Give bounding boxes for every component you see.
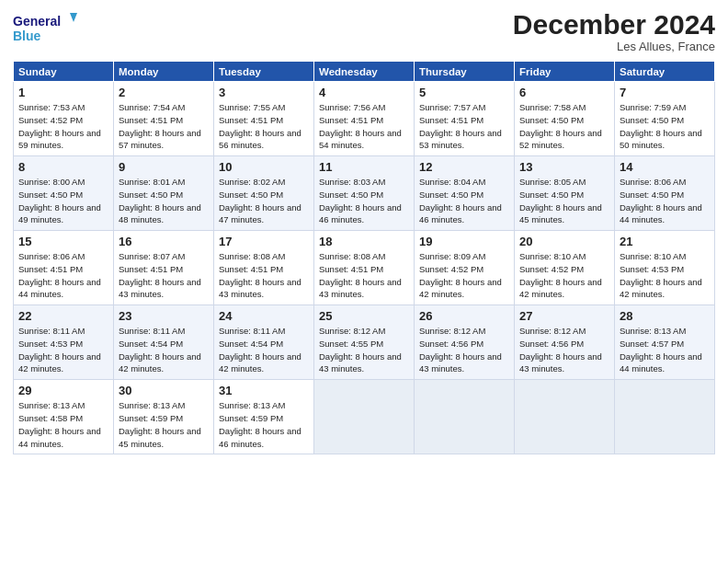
day-info: Sunrise: 7:55 AMSunset: 4:51 PMDaylight:… <box>219 102 301 150</box>
table-cell: 15 Sunrise: 8:06 AMSunset: 4:51 PMDaylig… <box>14 231 114 305</box>
day-number: 6 <box>519 86 610 99</box>
day-number: 10 <box>219 160 310 174</box>
day-number: 15 <box>18 235 109 248</box>
table-cell: 13 Sunrise: 8:05 AMSunset: 4:50 PMDaylig… <box>515 156 615 231</box>
day-number: 12 <box>419 160 510 174</box>
calendar-table: Sunday Monday Tuesday Wednesday Thursday… <box>13 61 715 454</box>
table-cell: 24 Sunrise: 8:11 AMSunset: 4:54 PMDaylig… <box>214 305 314 380</box>
day-info: Sunrise: 8:13 AMSunset: 4:58 PMDaylight:… <box>18 400 101 448</box>
day-number: 16 <box>119 235 210 248</box>
svg-text:General: General <box>13 14 61 29</box>
table-cell: 9 Sunrise: 8:01 AMSunset: 4:50 PMDayligh… <box>114 156 214 231</box>
svg-marker-2 <box>70 13 77 22</box>
table-cell: 1 Sunrise: 7:53 AMSunset: 4:52 PMDayligh… <box>14 82 114 156</box>
col-sunday: Sunday <box>14 62 114 82</box>
table-cell: 25 Sunrise: 8:12 AMSunset: 4:55 PMDaylig… <box>314 305 415 380</box>
table-cell: 8 Sunrise: 8:00 AMSunset: 4:50 PMDayligh… <box>14 156 114 231</box>
day-info: Sunrise: 7:57 AMSunset: 4:51 PMDaylight:… <box>419 102 502 150</box>
table-cell <box>314 380 415 454</box>
day-info: Sunrise: 8:13 AMSunset: 4:57 PMDaylight:… <box>620 326 702 373</box>
day-number: 7 <box>620 86 711 99</box>
table-cell: 23 Sunrise: 8:11 AMSunset: 4:54 PMDaylig… <box>114 305 214 380</box>
day-info: Sunrise: 8:02 AMSunset: 4:50 PMDaylight:… <box>219 177 301 224</box>
location: Les Allues, France <box>513 40 715 53</box>
logo: General Blue <box>13 9 77 46</box>
table-cell: 12 Sunrise: 8:04 AMSunset: 4:50 PMDaylig… <box>415 156 515 231</box>
day-number: 13 <box>519 160 610 174</box>
day-info: Sunrise: 7:56 AMSunset: 4:51 PMDaylight:… <box>319 102 402 150</box>
day-info: Sunrise: 8:08 AMSunset: 4:51 PMDaylight:… <box>319 251 402 299</box>
title-block: December 2024 Les Allues, France <box>513 9 715 53</box>
day-info: Sunrise: 8:08 AMSunset: 4:51 PMDaylight:… <box>219 251 301 299</box>
day-info: Sunrise: 8:13 AMSunset: 4:59 PMDaylight:… <box>219 400 301 448</box>
day-number: 2 <box>119 86 210 99</box>
calendar-row: 22 Sunrise: 8:11 AMSunset: 4:53 PMDaylig… <box>14 305 715 380</box>
day-info: Sunrise: 7:53 AMSunset: 4:52 PMDaylight:… <box>18 102 101 150</box>
col-thursday: Thursday <box>415 62 515 82</box>
day-info: Sunrise: 8:06 AMSunset: 4:51 PMDaylight:… <box>18 251 101 299</box>
calendar-row: 1 Sunrise: 7:53 AMSunset: 4:52 PMDayligh… <box>14 82 715 156</box>
day-info: Sunrise: 8:10 AMSunset: 4:53 PMDaylight:… <box>620 251 702 299</box>
table-cell: 17 Sunrise: 8:08 AMSunset: 4:51 PMDaylig… <box>214 231 314 305</box>
calendar-row: 15 Sunrise: 8:06 AMSunset: 4:51 PMDaylig… <box>14 231 715 305</box>
col-friday: Friday <box>515 62 615 82</box>
day-number: 19 <box>419 235 510 248</box>
table-cell: 16 Sunrise: 8:07 AMSunset: 4:51 PMDaylig… <box>114 231 214 305</box>
day-info: Sunrise: 8:04 AMSunset: 4:50 PMDaylight:… <box>419 177 502 224</box>
day-info: Sunrise: 8:10 AMSunset: 4:52 PMDaylight:… <box>519 251 602 299</box>
table-cell <box>515 380 615 454</box>
calendar-row: 29 Sunrise: 8:13 AMSunset: 4:58 PMDaylig… <box>14 380 715 454</box>
header: General Blue December 2024 Les Allues, F… <box>13 9 715 53</box>
table-cell: 2 Sunrise: 7:54 AMSunset: 4:51 PMDayligh… <box>114 82 214 156</box>
day-info: Sunrise: 8:07 AMSunset: 4:51 PMDaylight:… <box>119 251 201 299</box>
day-info: Sunrise: 8:01 AMSunset: 4:50 PMDaylight:… <box>119 177 201 224</box>
day-number: 8 <box>18 160 109 174</box>
table-cell: 31 Sunrise: 8:13 AMSunset: 4:59 PMDaylig… <box>214 380 314 454</box>
table-cell: 27 Sunrise: 8:12 AMSunset: 4:56 PMDaylig… <box>515 305 615 380</box>
day-info: Sunrise: 8:06 AMSunset: 4:50 PMDaylight:… <box>620 177 702 224</box>
day-info: Sunrise: 8:05 AMSunset: 4:50 PMDaylight:… <box>519 177 602 224</box>
logo-svg: General Blue <box>13 9 77 46</box>
table-cell: 18 Sunrise: 8:08 AMSunset: 4:51 PMDaylig… <box>314 231 415 305</box>
day-number: 26 <box>419 309 510 323</box>
calendar-row: 8 Sunrise: 8:00 AMSunset: 4:50 PMDayligh… <box>14 156 715 231</box>
day-info: Sunrise: 8:11 AMSunset: 4:54 PMDaylight:… <box>219 326 301 373</box>
day-info: Sunrise: 8:13 AMSunset: 4:59 PMDaylight:… <box>119 400 201 448</box>
day-number: 27 <box>519 309 610 323</box>
day-number: 1 <box>18 86 109 99</box>
table-cell: 28 Sunrise: 8:13 AMSunset: 4:57 PMDaylig… <box>615 305 715 380</box>
day-number: 5 <box>419 86 510 99</box>
day-info: Sunrise: 8:11 AMSunset: 4:53 PMDaylight:… <box>18 326 101 373</box>
day-number: 17 <box>219 235 310 248</box>
day-number: 20 <box>519 235 610 248</box>
table-cell: 3 Sunrise: 7:55 AMSunset: 4:51 PMDayligh… <box>214 82 314 156</box>
calendar-body: 1 Sunrise: 7:53 AMSunset: 4:52 PMDayligh… <box>14 82 715 454</box>
page: General Blue December 2024 Les Allues, F… <box>0 0 728 563</box>
table-cell: 14 Sunrise: 8:06 AMSunset: 4:50 PMDaylig… <box>615 156 715 231</box>
day-number: 28 <box>620 309 711 323</box>
table-cell: 11 Sunrise: 8:03 AMSunset: 4:50 PMDaylig… <box>314 156 415 231</box>
table-cell: 21 Sunrise: 8:10 AMSunset: 4:53 PMDaylig… <box>615 231 715 305</box>
day-number: 4 <box>319 86 410 99</box>
table-cell: 19 Sunrise: 8:09 AMSunset: 4:52 PMDaylig… <box>415 231 515 305</box>
day-number: 30 <box>119 384 210 397</box>
month-title: December 2024 <box>513 9 715 40</box>
table-cell: 30 Sunrise: 8:13 AMSunset: 4:59 PMDaylig… <box>114 380 214 454</box>
day-number: 18 <box>319 235 410 248</box>
day-number: 21 <box>620 235 711 248</box>
table-cell <box>415 380 515 454</box>
svg-text:Blue: Blue <box>13 29 41 43</box>
day-number: 3 <box>219 86 310 99</box>
table-cell: 7 Sunrise: 7:59 AMSunset: 4:50 PMDayligh… <box>615 82 715 156</box>
col-monday: Monday <box>114 62 214 82</box>
day-number: 29 <box>18 384 109 397</box>
col-wednesday: Wednesday <box>314 62 415 82</box>
header-row: Sunday Monday Tuesday Wednesday Thursday… <box>14 62 715 82</box>
col-saturday: Saturday <box>615 62 715 82</box>
day-info: Sunrise: 8:09 AMSunset: 4:52 PMDaylight:… <box>419 251 502 299</box>
day-info: Sunrise: 7:59 AMSunset: 4:50 PMDaylight:… <box>620 102 702 150</box>
table-cell: 4 Sunrise: 7:56 AMSunset: 4:51 PMDayligh… <box>314 82 415 156</box>
day-info: Sunrise: 7:58 AMSunset: 4:50 PMDaylight:… <box>519 102 602 150</box>
day-info: Sunrise: 8:12 AMSunset: 4:56 PMDaylight:… <box>519 326 602 373</box>
day-number: 23 <box>119 309 210 323</box>
